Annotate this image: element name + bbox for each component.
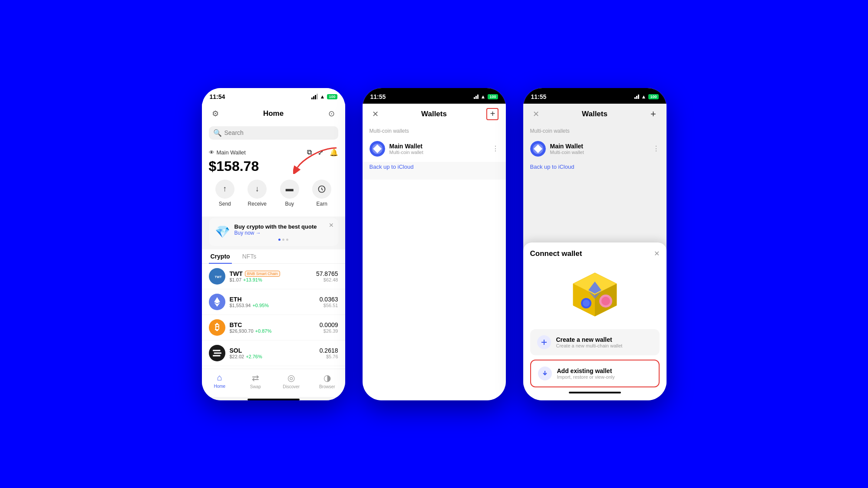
wallet-item-info-3: Main Wallet Multi-coin wallet: [550, 143, 648, 155]
battery-1: 100: [327, 94, 337, 99]
wallets-close-button-3[interactable]: ✕: [530, 108, 542, 120]
tab-crypto[interactable]: Crypto: [209, 249, 232, 263]
send-button[interactable]: ↑ Send: [215, 180, 234, 207]
create-wallet-option[interactable]: Create a new wallet Create a new multi-c…: [530, 329, 660, 355]
signal-icon-3: [634, 95, 639, 99]
btc-name: BTC: [230, 321, 242, 328]
nav-home[interactable]: ⌂ Home: [209, 373, 231, 389]
wallets-title-2: Wallets: [421, 110, 447, 118]
eth-price: $1,553.94 +0.95%: [230, 303, 315, 308]
promo-close-button[interactable]: ✕: [329, 222, 334, 229]
wallet-item-info-2: Main Wallet Multi-coin wallet: [389, 143, 488, 155]
nav-swap[interactable]: ⇄ Swap: [244, 373, 266, 389]
sheet-close-button[interactable]: ✕: [654, 249, 660, 258]
settings-icon[interactable]: ⚙: [209, 107, 222, 120]
nav-home-label: Home: [214, 384, 225, 389]
twt-price: $1.07 +13.91%: [230, 277, 312, 282]
home-indicator-3: [569, 392, 621, 393]
eth-name-row: ETH: [230, 296, 315, 303]
promo-text: Buy crypto with the best quote Buy now →: [234, 223, 332, 241]
twt-amount: 57.8765 $62.48: [316, 270, 338, 282]
bell-icon[interactable]: 🔔: [330, 148, 338, 157]
wallets-title-3: Wallets: [582, 110, 607, 118]
crypto-item-sol[interactable]: SOL $22.02 +2.76% 0.2618 $5.76: [202, 341, 345, 366]
sheet-title: Connect wallet: [530, 249, 582, 258]
eth-info: ETH $1,553.94 +0.95%: [230, 296, 315, 308]
connect-illustration: [530, 262, 660, 329]
receive-button[interactable]: ↓ Receive: [248, 180, 267, 207]
send-label: Send: [219, 201, 231, 207]
buy-button[interactable]: ▬ Buy: [280, 180, 299, 207]
wallet-item-menu-3[interactable]: ⋮: [653, 144, 660, 153]
browser-icon: ◑: [323, 373, 331, 383]
status-bar-3: 11:55 ▲ 100: [523, 88, 667, 104]
receive-label: Receive: [248, 201, 267, 207]
twt-chain: BNB Smart Chain: [245, 271, 280, 277]
buy-icon: ▬: [280, 180, 299, 199]
asset-tabs: Crypto NFTs: [202, 249, 345, 264]
add-wallet-option[interactable]: Add existing wallet Import, restore or v…: [530, 360, 660, 387]
copy-icon[interactable]: ⧉: [307, 148, 312, 157]
twt-name-row: TWT BNB Smart Chain: [230, 270, 312, 277]
nav-browser[interactable]: ◑ Browser: [316, 373, 338, 389]
sol-info: SOL $22.02 +2.76%: [230, 347, 315, 359]
wallet-item-icon-3: [530, 141, 546, 157]
sol-name-row: SOL: [230, 347, 315, 354]
expand-icon[interactable]: ⤢: [318, 148, 323, 157]
wifi-icon-2: ▲: [481, 94, 486, 100]
tab-nfts[interactable]: NFTs: [241, 249, 258, 263]
btc-info: BTC $26,930.70 +0.87%: [230, 321, 315, 334]
earn-icon: [312, 180, 331, 199]
status-bar-2: 11:55 ▲ 100: [363, 88, 506, 104]
wallet-cube-svg: [569, 269, 621, 321]
nav-browser-label: Browser: [319, 384, 335, 389]
battery-2: 100: [488, 94, 498, 99]
crypto-item-btc[interactable]: ₿ BTC $26,930.70 +0.87% 0.0009 $26.39: [202, 315, 345, 341]
twt-name: TWT: [230, 270, 243, 277]
wallets-add-button-2[interactable]: +: [486, 108, 498, 120]
earn-label: Earn: [317, 201, 327, 207]
nav-discover[interactable]: ◎ Discover: [281, 373, 302, 389]
scan-icon[interactable]: ⊙: [325, 107, 338, 120]
sol-price: $22.02 +2.76%: [230, 354, 315, 359]
wallet-item-3[interactable]: Main Wallet Multi-coin wallet ⋮: [523, 136, 667, 162]
svg-rect-7: [213, 355, 221, 356]
wallets-header-3: ✕ Wallets +: [523, 104, 667, 124]
promo-link[interactable]: Buy now →: [234, 230, 332, 236]
connect-wallet-sheet: Connect wallet ✕: [523, 242, 667, 400]
earn-button[interactable]: Earn: [312, 180, 331, 207]
add-wallet-info: Add existing wallet Import, restore or v…: [557, 367, 652, 380]
sol-amount: 0.2618 $5.76: [320, 347, 338, 359]
promo-title: Buy crypto with the best quote: [234, 223, 332, 230]
promo-dots: [234, 239, 332, 241]
swap-icon: ⇄: [252, 373, 259, 383]
section-label-2: Multi-coin wallets: [363, 124, 506, 136]
search-input-wrap[interactable]: 🔍: [209, 126, 338, 140]
nav-swap-label: Swap: [250, 384, 261, 389]
search-icon: 🔍: [213, 129, 222, 137]
action-buttons: ↑ Send ↓ Receive ▬ Buy: [209, 175, 338, 210]
signal-icon-1: [311, 94, 318, 99]
status-icons-1: ▲ 100: [311, 94, 337, 100]
wallet-item-menu-2[interactable]: ⋮: [492, 144, 499, 153]
svg-point-23: [583, 300, 590, 307]
receive-icon: ↓: [248, 180, 267, 199]
send-icon: ↑: [215, 180, 234, 199]
status-bar-1: 11:54 ▲ 100: [202, 88, 345, 104]
wallets-close-button-2[interactable]: ✕: [370, 108, 382, 120]
buy-label: Buy: [285, 201, 294, 207]
section-label-3: Multi-coin wallets: [523, 124, 667, 136]
wallet-balance: $158.78: [209, 158, 338, 174]
crypto-item-twt[interactable]: TWT TWT BNB Smart Chain $1.07 +13.91% 57…: [202, 264, 345, 289]
search-input[interactable]: [224, 129, 334, 136]
backup-link-3[interactable]: Back up to iCloud: [523, 162, 667, 176]
dot-2: [282, 239, 284, 241]
wallet-item-2[interactable]: Main Wallet Multi-coin wallet ⋮: [363, 136, 506, 162]
sol-name: SOL: [230, 347, 242, 354]
status-time-3: 11:55: [531, 93, 547, 100]
backup-link-2[interactable]: Back up to iCloud: [363, 162, 506, 176]
eth-amount: 0.0363 $56.51: [320, 296, 338, 308]
status-time-1: 11:54: [210, 93, 225, 100]
crypto-item-eth[interactable]: ETH $1,553.94 +0.95% 0.0363 $56.51: [202, 289, 345, 315]
wallets-add-button-3[interactable]: +: [647, 108, 659, 120]
